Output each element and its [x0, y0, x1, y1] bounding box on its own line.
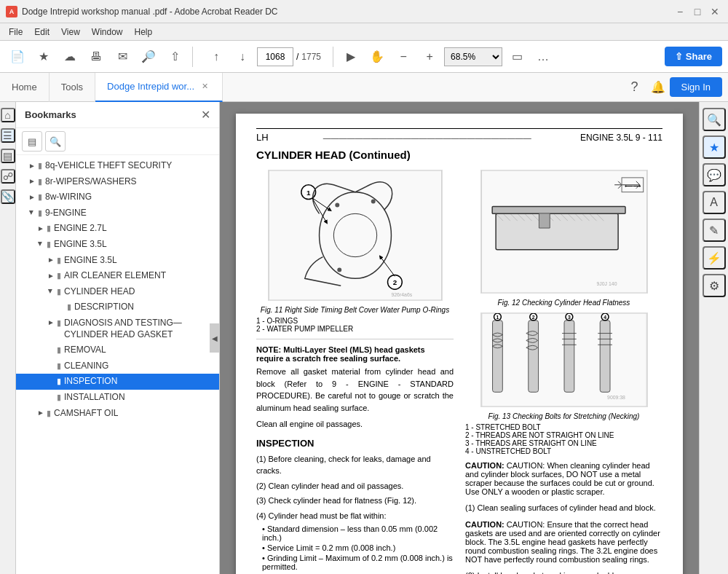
sidebar-item-wipers[interactable]: ► ▮ 8r-WIPERS/WASHERS	[16, 174, 219, 190]
inspection-item-2: (3) Check cylinder head for flatness (Fi…	[256, 495, 454, 507]
upload-button[interactable]: ☁	[58, 45, 82, 68]
sidebar-item-wiring[interactable]: ► ▮ 8w-WIRING	[16, 189, 219, 205]
left-panel-thumbnails[interactable]: ▤	[1, 149, 15, 163]
menu-window[interactable]: Window	[86, 25, 129, 39]
figure-11-svg: 1 2	[268, 170, 443, 301]
email-button[interactable]: ✉	[111, 45, 134, 68]
left-panel: ⌂ ☰ ▤ ☍ 📎	[0, 102, 16, 574]
sidebar-item-description[interactable]: ► ▮ DESCRIPTION	[16, 299, 219, 315]
inspection-bullet-0: • Standard dimension – less than 0.05 mm…	[262, 524, 454, 542]
bookmark-icon: ▮	[57, 361, 61, 371]
right-panel-translate[interactable]: A	[703, 191, 726, 214]
maximize-button[interactable]: □	[690, 4, 705, 19]
more-tools-button[interactable]: …	[531, 45, 555, 68]
expand-arrow: ►	[28, 192, 36, 201]
right-panel-signature[interactable]: ⚡	[703, 246, 726, 270]
sign-in-button[interactable]: Sign In	[670, 77, 722, 97]
left-panel-layers[interactable]: ☍	[1, 169, 15, 184]
bookmark-icon: ▮	[67, 302, 71, 312]
tab-home[interactable]: Home	[0, 73, 50, 102]
sidebar-item-cylinder-head[interactable]: ► ▮ CYLINDER HEAD	[16, 284, 219, 300]
right-panel-search[interactable]: 🔍	[703, 108, 726, 131]
zoom-in-toolbar-button[interactable]: ⇧	[163, 45, 186, 68]
bookmark-icon: ▮	[47, 409, 51, 418]
minimize-button[interactable]: −	[673, 4, 687, 19]
expand-arrow: ►	[28, 177, 36, 186]
sidebar-item-engine-27[interactable]: ► ▮ ENGINE 2.7L	[16, 221, 219, 237]
pdf-caution3: CAUTION: CAUTION: Ensure that the correc…	[465, 520, 662, 564]
sidebar-item-inspection[interactable]: ► ▮ INSPECTION	[16, 374, 219, 390]
sidebar-item-engine-35-sub[interactable]: ► ▮ ENGINE 3.5L	[16, 253, 219, 269]
tab-close-button[interactable]: ✕	[199, 81, 210, 93]
left-panel-attachments[interactable]: 📎	[1, 189, 15, 204]
sidebar-item-diagnosis[interactable]: ► ▮ DIAGNOSIS AND TESTING—CYLINDER HEAD …	[16, 315, 219, 342]
sidebar-close-button[interactable]: ✕	[201, 108, 210, 122]
bookmark-icon: ▮	[38, 208, 42, 218]
svg-point-11	[371, 200, 375, 204]
bookmark-icon: ▮	[57, 377, 61, 386]
sidebar-item-engine[interactable]: ► ▮ 9-ENGINE	[16, 205, 219, 221]
close-button[interactable]: ✕	[708, 4, 722, 19]
svg-text:9J0J 140: 9J0J 140	[596, 281, 617, 286]
page-separator: /	[296, 52, 298, 62]
tab-tools[interactable]: Tools	[50, 73, 95, 102]
help-button[interactable]: ?	[623, 76, 646, 99]
sidebar-item-engine-35-group[interactable]: ► ▮ ENGINE 3.5L	[16, 237, 219, 253]
window-controls[interactable]: − □ ✕	[673, 4, 722, 19]
notifications-button[interactable]: 🔔	[646, 76, 670, 99]
bookmark-icon: ▮	[38, 161, 42, 170]
right-panel-edit[interactable]: ✎	[703, 219, 726, 242]
pdf-page: LH —————————————————————————— ENGINE 3.5…	[236, 114, 683, 574]
sidebar-grid-button[interactable]: ▤	[22, 131, 42, 152]
pdf-figure-11: 1 2	[256, 170, 454, 333]
sidebar-collapse-button[interactable]: ◀	[210, 323, 220, 353]
left-panel-home[interactable]: ⌂	[1, 108, 15, 122]
tab-document[interactable]: Dodge Intrepid wor... ✕	[95, 73, 223, 102]
sidebar-item-installation[interactable]: ► ▮ INSTALLATION	[16, 390, 219, 406]
menu-edit[interactable]: Edit	[28, 25, 55, 39]
next-page-button[interactable]: ↓	[231, 45, 254, 68]
svg-text:9009:38: 9009:38	[607, 395, 625, 400]
sidebar-item-cleaning[interactable]: ► ▮ CLEANING	[16, 358, 219, 374]
inspection-item-1: (2) Clean cylinder head and oil passages…	[256, 480, 454, 492]
menu-file[interactable]: File	[3, 25, 28, 39]
sidebar-item-air-cleaner[interactable]: ► ▮ AIR CLEANER ELEMENT	[16, 268, 219, 284]
expand-arrow: ►	[47, 287, 55, 296]
new-button[interactable]: 📄	[6, 45, 29, 68]
zoom-out-toolbar-button[interactable]: 🔎	[137, 45, 160, 68]
inspection-bullet-1: • Service Limit = 0.2 mm (0.008 inch.)	[262, 543, 454, 552]
menu-view[interactable]: View	[55, 25, 86, 39]
bookmark-icon: ▮	[38, 192, 42, 202]
right-panel-tools[interactable]: ⚙	[703, 274, 726, 297]
hand-tool-button[interactable]: ✋	[365, 45, 389, 68]
pdf-para2: Clean all engine oil passages.	[256, 418, 454, 430]
menu-bar: File Edit View Window Help	[0, 23, 728, 41]
sidebar-item-camshaft[interactable]: ► ▮ CAMSHAFT OIL	[16, 406, 219, 422]
print-button[interactable]: 🖶	[84, 45, 108, 68]
expand-arrow: ►	[36, 240, 45, 248]
page-number-input[interactable]: 1068	[257, 47, 293, 66]
pdf-section-title: CYLINDER HEAD (Continued)	[256, 149, 662, 161]
svg-text:1: 1	[306, 189, 310, 197]
sidebar-search-button[interactable]: 🔍	[45, 131, 66, 152]
sidebar-item-vehicle-theft[interactable]: ► ▮ 8q-VEHICLE THEFT SECURITY	[16, 158, 219, 174]
zoom-out-button[interactable]: −	[392, 45, 415, 68]
menu-help[interactable]: Help	[129, 25, 159, 39]
pdf-header-lh: LH	[256, 132, 269, 143]
cursor-tool-button[interactable]: ▶	[339, 45, 363, 68]
fig12-caption: Fig. 12 Checking Cylinder Head Flatness	[465, 299, 662, 307]
share-button[interactable]: ⇧ Share	[665, 47, 722, 66]
sidebar-item-removal[interactable]: ► ▮ REMOVAL	[16, 342, 219, 358]
zoom-selector[interactable]: 68.5% 50% 75% 100% 125% 150%	[444, 47, 502, 66]
pdf-figure-13: 1 2	[465, 312, 662, 455]
bookmark-button[interactable]: ★	[32, 45, 55, 68]
right-panel-comments[interactable]: 💬	[703, 163, 726, 186]
prev-page-button[interactable]: ↑	[205, 45, 228, 68]
left-panel-bookmarks[interactable]: ☰	[1, 128, 15, 143]
fit-page-button[interactable]: ▭	[505, 45, 529, 68]
pdf-scroll-area[interactable]: LH —————————————————————————— ENGINE 3.5…	[220, 102, 699, 574]
svg-rect-36	[492, 321, 502, 392]
zoom-in-button[interactable]: +	[418, 45, 441, 68]
right-panel-bookmark[interactable]: ★	[703, 135, 726, 159]
bookmark-icon: ▮	[57, 345, 61, 355]
